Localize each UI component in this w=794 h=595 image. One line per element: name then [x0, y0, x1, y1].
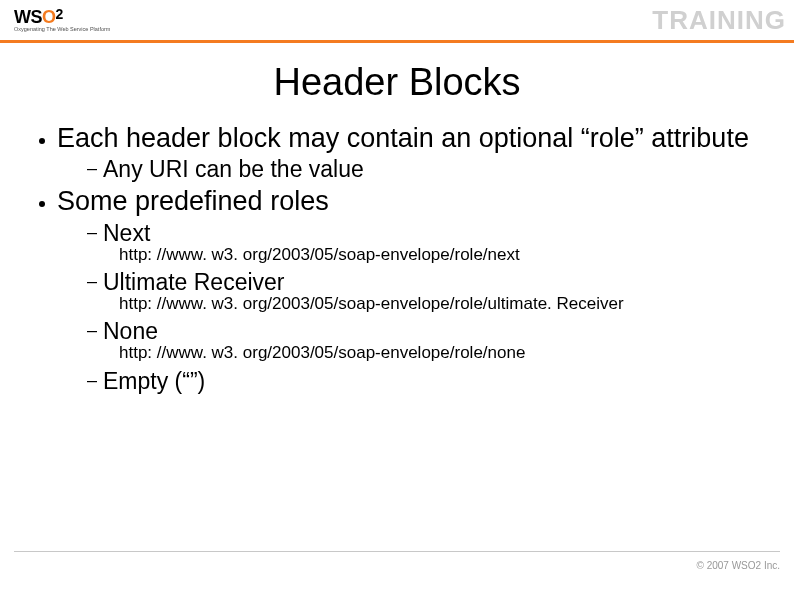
url-text: http: //www. w3. org/2003/05/soap-envelo…	[103, 245, 759, 265]
sub-bullet-text: Any URI can be the value	[103, 156, 364, 182]
sub-bullet-text: Next	[103, 220, 150, 246]
list-item: Any URI can be the value	[87, 156, 759, 183]
sub-list: Next http: //www. w3. org/2003/05/soap-e…	[57, 220, 759, 395]
wso2-logo: WSO2 Oxygenating The Web Service Platfor…	[14, 7, 110, 33]
sub-list: Any URI can be the value	[57, 156, 759, 183]
slide-title: Header Blocks	[35, 61, 759, 104]
copyright-text: © 2007 WSO2 Inc.	[14, 560, 780, 571]
slide-body: Header Blocks Each header block may cont…	[0, 43, 794, 395]
footer: © 2007 WSO2 Inc.	[0, 551, 794, 571]
topbar: WSO2 Oxygenating The Web Service Platfor…	[0, 0, 794, 40]
footer-divider	[14, 551, 780, 552]
bullet-text: Some predefined roles	[57, 187, 759, 215]
list-item: None http: //www. w3. org/2003/05/soap-e…	[87, 318, 759, 363]
training-label: TRAINING	[652, 5, 786, 36]
logo-tagline: Oxygenating The Web Service Platform	[14, 27, 110, 33]
list-item: Some predefined roles Next http: //www. …	[35, 187, 759, 395]
sub-bullet-text: Ultimate Receiver	[103, 269, 285, 295]
list-item: Each header block may contain an optiona…	[35, 124, 759, 183]
bullet-text: Each header block may contain an optiona…	[57, 124, 759, 152]
bullet-list: Each header block may contain an optiona…	[35, 124, 759, 395]
sub-bullet-text: Empty (“”)	[103, 368, 205, 394]
list-item: Empty (“”)	[87, 368, 759, 395]
url-text: http: //www. w3. org/2003/05/soap-envelo…	[103, 343, 759, 363]
sub-bullet-text: None	[103, 318, 158, 344]
url-text: http: //www. w3. org/2003/05/soap-envelo…	[103, 294, 759, 314]
logo-text: WSO2	[14, 7, 110, 26]
list-item: Ultimate Receiver http: //www. w3. org/2…	[87, 269, 759, 314]
list-item: Next http: //www. w3. org/2003/05/soap-e…	[87, 220, 759, 265]
